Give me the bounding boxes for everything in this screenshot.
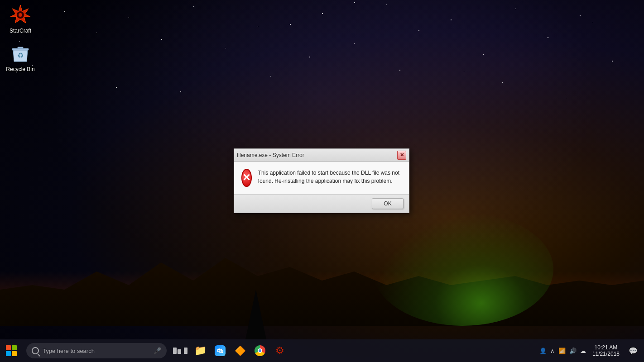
svg-text:♻: ♻ (17, 52, 24, 59)
dialog-title: filename.exe - System Error (237, 152, 304, 158)
microphone-icon[interactable]: 🎤 (154, 347, 161, 354)
taskbar-app-store[interactable]: 🛍 (210, 341, 230, 361)
dialog-footer: OK (234, 194, 409, 213)
ok-button[interactable]: OK (372, 198, 404, 209)
svg-rect-3 (12, 48, 29, 50)
notification-icon: 💬 (629, 347, 638, 355)
error-icon: ✕ (241, 169, 252, 187)
volume-icon[interactable]: 🔊 (569, 348, 577, 354)
network-icon[interactable]: 📶 (558, 348, 566, 354)
starcraft-icon-img (10, 4, 31, 26)
notification-button[interactable]: 💬 (626, 341, 640, 361)
task-view-icon (173, 348, 187, 354)
onedrive-icon[interactable]: ☁ (580, 348, 586, 354)
clock[interactable]: 10:21 AM 11/21/2018 (589, 344, 623, 357)
svg-rect-4 (18, 47, 23, 48)
dialog-message: This application failed to start because… (258, 169, 402, 185)
starcraft-label: StarCraft (10, 28, 31, 34)
taskbar-app-vlc[interactable]: 🔶 (230, 341, 250, 361)
taskbar-app-6[interactable]: ⚙ (270, 341, 290, 361)
dialog-close-button[interactable]: ✕ (397, 151, 406, 160)
store-icon: 🛍 (215, 345, 226, 356)
taskbar-search-bar[interactable]: Type here to search 🎤 (26, 343, 167, 358)
tray-expand-icon[interactable]: ∧ (550, 348, 555, 354)
error-dialog: filename.exe - System Error ✕ ✕ This app… (234, 148, 409, 213)
taskbar: Type here to search 🎤 📁 🛍 🔶 (0, 339, 644, 362)
chrome-icon (255, 345, 265, 356)
clock-date: 11/21/2018 (592, 351, 620, 357)
taskbar-app-task-view[interactable] (170, 341, 190, 361)
file-explorer-icon: 📁 (194, 345, 207, 357)
recycle-bin-icon-img: ♻ (10, 43, 31, 64)
search-icon (32, 347, 39, 354)
system-icons: 👤 ∧ 📶 🔊 ☁ (539, 348, 586, 354)
taskbar-app-chrome[interactable] (250, 341, 270, 361)
taskbar-app-file-explorer[interactable]: 📁 (190, 341, 210, 361)
start-button[interactable] (0, 339, 23, 362)
dialog-body: ✕ This application failed to start becau… (234, 162, 409, 194)
person-icon[interactable]: 👤 (539, 348, 547, 354)
desktop: StarCraft ♻ Recycle Bin filename.exe - S… (0, 0, 644, 362)
search-placeholder: Type here to search (43, 348, 95, 354)
taskbar-system-tray: 👤 ∧ 📶 🔊 ☁ 10:21 AM 11/21/2018 💬 (539, 341, 644, 361)
vlc-icon: 🔶 (235, 345, 246, 356)
dialog-titlebar: filename.exe - System Error ✕ (234, 149, 409, 162)
tree-silhouette (245, 290, 267, 344)
recycle-bin-label: Recycle Bin (6, 66, 34, 72)
landscape (0, 213, 644, 326)
windows-logo-icon (6, 345, 17, 356)
svg-point-2 (19, 13, 22, 17)
desktop-icon-recycle-bin[interactable]: ♻ Recycle Bin (2, 41, 38, 74)
clock-time: 10:21 AM (595, 344, 618, 351)
desktop-icon-starcraft[interactable]: StarCraft (2, 2, 38, 36)
app6-icon: ⚙ (275, 345, 284, 357)
